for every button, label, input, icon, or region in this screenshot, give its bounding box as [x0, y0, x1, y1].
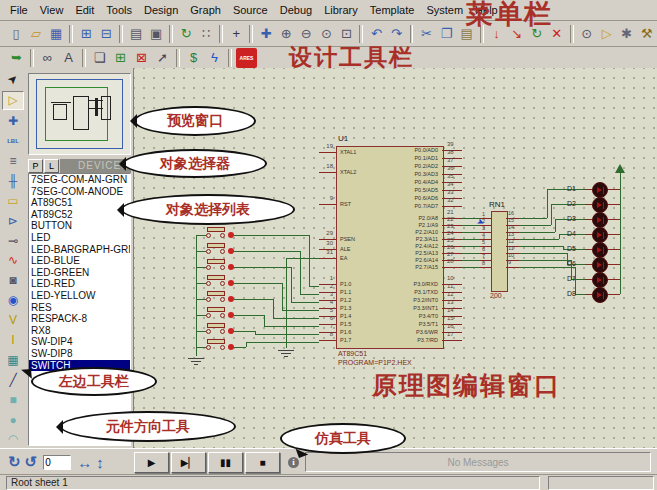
block-copy-icon[interactable]: ↓	[488, 25, 506, 43]
device-item[interactable]: LED-RED	[29, 278, 130, 290]
2d-box-mode-icon[interactable]: ■	[3, 391, 23, 408]
false-origin-icon[interactable]: +	[227, 25, 245, 43]
push-button[interactable]	[207, 275, 225, 280]
device-item[interactable]: RESPACK-8	[29, 313, 130, 325]
text-script-mode-icon[interactable]: ≡	[3, 153, 23, 170]
device-item[interactable]: BUTTON	[29, 220, 130, 232]
design-explorer-icon[interactable]: ❏	[90, 49, 109, 67]
packaging-tool-icon[interactable]: ✱	[618, 25, 636, 43]
device-item[interactable]: SW-DIP4	[29, 336, 130, 348]
menu-library[interactable]: Library	[318, 3, 364, 17]
menu-tools[interactable]: Tools	[100, 3, 138, 17]
device-item[interactable]: LED	[29, 232, 130, 244]
led-d7[interactable]	[592, 272, 608, 288]
make-device-icon[interactable]: ▷	[598, 25, 616, 43]
menu-help[interactable]: Help	[469, 3, 504, 17]
menu-design[interactable]: Design	[138, 3, 184, 17]
zoom-out-icon[interactable]: ⊖	[297, 25, 315, 43]
device-item[interactable]: LED-YELLOW	[29, 290, 130, 302]
electrical-rule-check-icon[interactable]: ϟ	[205, 49, 224, 67]
push-button[interactable]	[207, 243, 225, 248]
push-button[interactable]	[207, 339, 225, 344]
rotate-clockwise-icon[interactable]: ↻	[8, 453, 21, 471]
mark-output-area-icon[interactable]: ▣	[147, 25, 165, 43]
2d-circle-mode-icon[interactable]: ●	[3, 411, 23, 428]
junction-dot-mode-icon[interactable]: ✚	[3, 113, 23, 130]
undo-icon[interactable]: ↶	[367, 25, 385, 43]
pan-icon[interactable]: ✚	[257, 25, 275, 43]
component-mode-icon[interactable]: ▷	[2, 91, 24, 110]
device-item[interactable]: LED-BLUE	[29, 255, 130, 267]
wire-label-mode-icon[interactable]: LBL	[3, 133, 23, 150]
play-button[interactable]: ▶	[134, 452, 169, 473]
property-assignment-icon[interactable]: A	[59, 49, 78, 67]
device-pins-mode-icon[interactable]: ⊸	[3, 232, 23, 249]
pause-button[interactable]: ▮▮	[208, 452, 243, 473]
block-delete-icon[interactable]: ✕	[548, 25, 566, 43]
bill-of-materials-icon[interactable]: $	[184, 49, 203, 67]
resistor-network-rn1[interactable]	[491, 211, 508, 292]
paste-icon[interactable]: ▤	[458, 25, 476, 43]
device-item[interactable]: 7SEG-COM-ANODE	[29, 186, 130, 198]
led-d3[interactable]	[592, 212, 608, 228]
push-button[interactable]	[207, 323, 225, 328]
preview-window[interactable]	[28, 73, 131, 155]
import-section-icon[interactable]: ⊞	[77, 25, 95, 43]
wire-autoroute-icon[interactable]: ➥	[7, 49, 26, 67]
menu-debug[interactable]: Debug	[274, 3, 318, 17]
netlist-to-ares-icon[interactable]: ARES	[236, 48, 257, 68]
virtual-instruments-mode-icon[interactable]: ▦	[3, 351, 23, 368]
menu-system[interactable]: System	[420, 3, 469, 17]
stop-button[interactable]: ■	[245, 452, 280, 473]
goto-sheet-icon[interactable]: ➚	[153, 49, 172, 67]
device-item[interactable]: 7SEG-COM-AN-GRN	[29, 174, 130, 186]
redraw-icon[interactable]: ↻	[177, 25, 195, 43]
rotate-anticlockwise-icon[interactable]: ↺	[25, 453, 38, 471]
menu-edit[interactable]: Edit	[69, 3, 100, 17]
zoom-in-icon[interactable]: ⊕	[277, 25, 295, 43]
2d-line-mode-icon[interactable]: ╱	[3, 371, 23, 388]
led-d2[interactable]	[592, 197, 608, 213]
device-item[interactable]: LED-BARGRAPH-GRN	[29, 244, 130, 256]
menu-graph[interactable]: Graph	[184, 3, 227, 17]
subcircuit-mode-icon[interactable]: ▭	[3, 192, 23, 209]
cut-icon[interactable]: ✂	[417, 25, 435, 43]
open-file-icon[interactable]: ▱	[27, 25, 45, 43]
step-button[interactable]: ▶▏	[171, 452, 206, 473]
graph-mode-icon[interactable]: ∿	[3, 252, 23, 269]
current-probe-mode-icon[interactable]: I	[3, 332, 23, 349]
generator-mode-icon[interactable]: ◉	[3, 292, 23, 309]
zoom-area-icon[interactable]: ⊡	[337, 25, 355, 43]
decompose-icon[interactable]: ⚒	[638, 25, 656, 43]
voltage-probe-mode-icon[interactable]: V	[3, 312, 23, 329]
device-item[interactable]: RX8	[29, 325, 130, 337]
save-file-icon[interactable]: ▦	[47, 25, 65, 43]
push-button[interactable]	[207, 227, 225, 232]
device-item[interactable]: LED-GREEN	[29, 267, 130, 279]
push-button[interactable]	[207, 259, 225, 264]
device-item[interactable]: RES	[29, 302, 130, 314]
terminals-mode-icon[interactable]: ⊳	[3, 212, 23, 229]
search-tag-icon[interactable]: ∞	[38, 49, 57, 67]
pick-parts-icon[interactable]: ⊙	[578, 25, 596, 43]
led-d1[interactable]	[592, 182, 608, 198]
library-manager-button[interactable]: L	[44, 159, 59, 173]
pick-devices-button[interactable]: P	[28, 159, 43, 173]
power-terminal[interactable]	[615, 164, 625, 173]
buses-mode-icon[interactable]: ╫	[3, 172, 23, 189]
device-item[interactable]: SW-DIP8	[29, 348, 130, 360]
menu-template[interactable]: Template	[364, 3, 421, 17]
led-d4[interactable]	[592, 227, 608, 243]
new-file-icon[interactable]: ▯	[7, 25, 25, 43]
led-d5[interactable]	[592, 242, 608, 258]
copy-icon[interactable]: ❐	[437, 25, 455, 43]
mirror-horizontal-icon[interactable]: ↔	[77, 454, 92, 471]
rotation-angle-input[interactable]	[43, 455, 71, 470]
tape-recorder-mode-icon[interactable]: ◙	[3, 272, 23, 289]
print-icon[interactable]: ▤	[127, 25, 145, 43]
selection-mode-icon[interactable]: ➤	[0, 66, 26, 92]
new-sheet-icon[interactable]: ⊞	[111, 49, 130, 67]
push-button[interactable]	[207, 291, 225, 296]
mirror-vertical-icon[interactable]: ↕	[96, 454, 104, 471]
led-d6[interactable]	[592, 257, 608, 273]
